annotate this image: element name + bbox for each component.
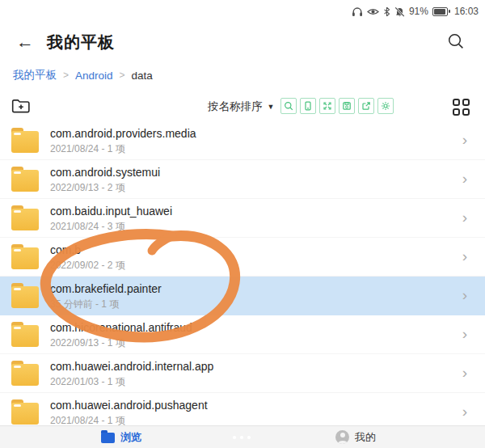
file-meta: 2022/09/13 - 1 项	[50, 336, 125, 350]
file-meta: 35 分钟前 - 1 项	[50, 298, 119, 311]
sort-caret-icon: ▼	[268, 103, 275, 111]
folder-icon	[11, 325, 39, 347]
file-name: com.hicorenational.antifraud	[50, 321, 192, 334]
file-row[interactable]: com.b 2022/09/02 - 2 项 ›	[0, 238, 485, 277]
browse-folder-icon	[101, 433, 115, 443]
file-name: com.b	[50, 243, 81, 256]
chevron-right-icon: ›	[462, 248, 467, 264]
folder-icon	[11, 286, 39, 308]
grid-view-icon[interactable]	[453, 99, 470, 116]
file-row[interactable]: com.android.providers.media 2021/08/24 -…	[0, 121, 485, 160]
tab-browse[interactable]: 浏览	[101, 426, 141, 448]
breadcrumb-current: data	[132, 70, 153, 82]
chevron-right-icon: ›	[462, 326, 467, 342]
folder-icon	[11, 131, 39, 153]
chevron-right-icon: ›	[462, 365, 467, 381]
search-icon[interactable]	[446, 32, 466, 51]
file-name: com.baidu.input_huawei	[50, 205, 172, 218]
tab-browse-label: 浏览	[120, 430, 141, 445]
file-list: com.android.providers.media 2021/08/24 -…	[0, 121, 485, 432]
breadcrumb-separator: >	[120, 70, 125, 81]
watermark-zoom-icon	[280, 98, 297, 114]
file-meta: 2022/09/13 - 2 项	[50, 181, 125, 195]
chevron-right-icon: ›	[462, 171, 467, 187]
header: ← 我的平板	[0, 29, 485, 57]
folder-icon	[11, 364, 39, 386]
file-name: com.brakefield.painter	[50, 282, 162, 295]
file-meta: 2021/08/24 - 1 项	[50, 142, 125, 156]
battery-percent: 91%	[409, 5, 428, 18]
back-button[interactable]: ←	[16, 31, 34, 53]
mute-icon	[394, 6, 405, 17]
folder-icon	[11, 403, 39, 425]
tab-mine[interactable]: 我的	[335, 426, 376, 448]
bottom-tab-bar: 浏览 我的	[0, 425, 485, 448]
file-name: com.huawei.android.internal.app	[50, 360, 213, 373]
file-row[interactable]: com.hicorenational.antifraud 2022/09/13 …	[0, 315, 485, 354]
file-row[interactable]: com.huawei.android.internal.app 2022/01/…	[0, 354, 485, 393]
watermark-settings-icon	[377, 98, 394, 114]
watermark-save-icon	[339, 98, 355, 114]
headset-icon	[352, 6, 363, 17]
breadcrumb-android[interactable]: Android	[75, 70, 113, 82]
chevron-right-icon: ›	[462, 132, 467, 148]
mine-avatar-icon	[335, 430, 349, 444]
file-row[interactable]: com.baidu.input_huawei 2021/08/24 - 3 项 …	[0, 199, 485, 238]
file-row-selected[interactable]: com.brakefield.painter 35 分钟前 - 1 项 ›	[0, 277, 485, 315]
chevron-right-icon: ›	[462, 209, 467, 226]
page-title: 我的平板	[47, 32, 115, 53]
watermark-fullscreen-icon	[319, 98, 335, 114]
breadcrumb-separator: >	[63, 70, 69, 81]
breadcrumb: 我的平板 > Android > data	[13, 68, 153, 82]
watermark-toolbar	[280, 98, 394, 114]
breadcrumb-root[interactable]: 我的平板	[13, 68, 57, 82]
new-folder-icon[interactable]	[11, 95, 32, 116]
file-name: com.android.systemui	[50, 166, 160, 179]
chevron-right-icon: ›	[462, 287, 467, 303]
file-manager-screen: 91% 16:03 ← 我的平板 我的平板 > Android > data 按…	[0, 0, 485, 448]
home-indicator-dots	[233, 436, 251, 439]
clock: 16:03	[454, 5, 479, 18]
file-name: com.android.providers.media	[50, 127, 196, 140]
bluetooth-icon	[383, 6, 390, 17]
folder-icon	[11, 247, 39, 269]
battery-icon	[432, 7, 448, 16]
folder-icon	[11, 209, 39, 230]
toolbar: 按名称排序 ▼	[0, 92, 485, 121]
folder-icon	[11, 170, 39, 192]
file-meta: 2022/01/03 - 1 项	[50, 375, 125, 389]
sort-label: 按名称排序	[208, 99, 263, 114]
eye-comfort-icon	[367, 7, 379, 16]
file-meta: 2022/09/02 - 2 项	[50, 259, 125, 273]
sort-button[interactable]: 按名称排序 ▼	[208, 99, 274, 114]
status-bar: 91% 16:03	[352, 5, 479, 18]
watermark-device-icon	[300, 98, 316, 114]
file-name: com.huawei.android.pushagent	[50, 399, 208, 412]
file-meta: 2021/08/24 - 3 项	[50, 220, 125, 234]
tab-mine-label: 我的	[355, 430, 376, 445]
chevron-right-icon: ›	[462, 404, 467, 420]
file-row[interactable]: com.android.systemui 2022/09/13 - 2 项 ›	[0, 160, 485, 199]
watermark-share-icon	[358, 98, 374, 114]
